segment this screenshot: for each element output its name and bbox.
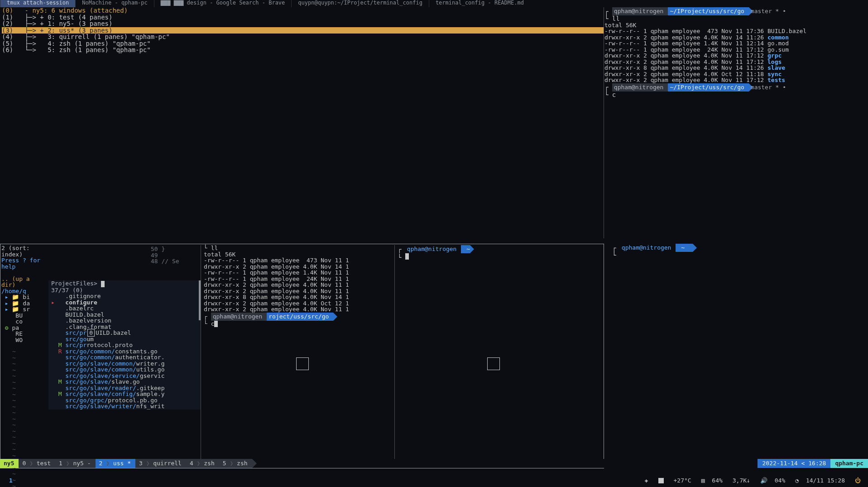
project-file-row[interactable]: R src/go/common/constants.go bbox=[48, 348, 201, 355]
ls-total: total 56K bbox=[204, 251, 393, 258]
statusbar-window[interactable]: 2 ❯ uss * bbox=[96, 459, 135, 468]
prompt-path: ~ bbox=[676, 244, 692, 252]
project-file-row[interactable]: ▸ configure bbox=[48, 299, 201, 306]
prompt-corner-icon: ┌ bbox=[612, 245, 620, 251]
prompt-user: qpham@nitrogen bbox=[612, 7, 668, 15]
tmux-window-row[interactable]: (2) ├─> + 1: ny5- (3 panes) bbox=[2, 20, 604, 27]
command: ll bbox=[211, 245, 218, 251]
volume-icon: 🔊 bbox=[760, 477, 767, 484]
ls-row: drwxr-xr-x 8 qpham employee 4.0K Nov 14 … bbox=[604, 65, 868, 71]
prompt-user: qpham@nitrogen bbox=[612, 83, 668, 92]
file-tree-column: 2 (sort: index) Press ? for help .. (up … bbox=[1, 245, 47, 468]
tree-item[interactable]: BU bbox=[1, 313, 47, 319]
ls-row: drwxr-xr-x 2 qpham employee 4.0K Nov 11 … bbox=[204, 306, 393, 313]
project-file-row[interactable]: M src/go/slave/config/sample.y bbox=[48, 391, 201, 397]
ls-row: drwxr-xr-x 2 qpham employee 4.0K Nov 14 … bbox=[604, 34, 868, 41]
taskbar: tmux attach-session NoMachine - qpham-pc… bbox=[0, 0, 868, 7]
help-hint[interactable]: Press ? for help bbox=[1, 257, 47, 270]
far-right-terminal-pane[interactable]: ┌ qpham@nitrogen ~ └ bbox=[609, 244, 868, 468]
statusbar-window[interactable]: 0 ❯ test bbox=[19, 459, 55, 468]
ls-row: drwxr-xr-x 2 qpham employee 4.0K Oct 12 … bbox=[604, 71, 868, 77]
prompt-corner-icon: └ bbox=[604, 15, 612, 22]
ls-row: -rw-r--r-- 1 qpham employee 473 Nov 11 1… bbox=[604, 28, 868, 34]
project-file-row[interactable]: src/go/slave/service/gservic bbox=[48, 373, 201, 379]
project-file-row[interactable]: BUILD.bazel bbox=[48, 312, 201, 318]
project-file-row[interactable]: src/pr0UILD.bazel bbox=[48, 330, 201, 336]
statusbar-window[interactable]: 5 ❯ zsh bbox=[219, 459, 252, 468]
ls-row: -rw-r--r-- 1 qpham employee 1.4K Nov 11 … bbox=[204, 270, 393, 276]
project-file-row[interactable]: src/go/slave/reader/.gitkeep bbox=[48, 385, 201, 391]
taskbar-tab[interactable]: quypn@quypn:~/IProject/terminal_config bbox=[291, 0, 429, 7]
up-a-dir[interactable]: .. (up a dir) bbox=[1, 276, 47, 288]
taskbar-tab[interactable]: ▇▇▇ ▇▇▇ design - Google Search - Brave bbox=[154, 0, 292, 7]
ls-row: -rw-r--r-- 1 qpham employee 24K Nov 11 1 bbox=[204, 276, 393, 282]
workspace-indicator[interactable]: 1 bbox=[7, 477, 13, 484]
project-files-count: 37/37 (0) bbox=[48, 287, 201, 294]
project-file-row[interactable]: src/go/slave/common/writer.g bbox=[48, 361, 201, 367]
tmux-window-row[interactable]: (5) ├─> 4: zsh (1 panes) "qpham-pc" bbox=[2, 40, 604, 47]
tray-power-icon[interactable]: ⏻ bbox=[855, 477, 861, 484]
tray-plus-icon[interactable]: ✚ bbox=[645, 477, 648, 484]
prompt-corner-icon: └ bbox=[204, 320, 211, 327]
mid-terminal-pane[interactable]: └ ll total 56K -rw-r--r-- 1 qpham employ… bbox=[201, 245, 393, 468]
project-file-row[interactable]: src/go/slave/writer/nfs_writ bbox=[48, 403, 201, 410]
tmux-status-bar: ny5 0 ❯ test1 ❯ ny5 -2 ❯ uss *3 ❯ quirre… bbox=[0, 459, 868, 468]
ls-row: drwxr-xr-x 2 qpham employee 4.0K Nov 11 … bbox=[204, 282, 393, 288]
prompt-user: qpham@nitrogen bbox=[405, 245, 461, 253]
project-file-row[interactable]: M src/go/slave/slave.go bbox=[48, 379, 201, 385]
project-files-panel[interactable]: ProjectFiles> 37/37 (0) .gitignore▸ conf… bbox=[48, 280, 201, 410]
tmux-window-row-selected[interactable]: (3) ├─> + 2: uss* (3 panes) bbox=[2, 27, 604, 34]
tree-item[interactable]: ⚙ pa bbox=[1, 325, 47, 331]
ls-row: -rw-r--r-- 1 qpham employee 24K Nov 11 1… bbox=[604, 47, 868, 53]
tree-item[interactable]: WO bbox=[1, 337, 47, 343]
session-name[interactable]: ny5 bbox=[0, 459, 19, 468]
project-file-row[interactable]: .bazelrc bbox=[48, 305, 201, 312]
taskbar-tab[interactable]: NoMachine - qpham-pc bbox=[75, 0, 154, 7]
project-file-row[interactable]: .gitignore bbox=[48, 293, 201, 299]
project-files-prompt[interactable]: ProjectFiles> bbox=[51, 280, 97, 287]
tmux-window-row[interactable]: (6) └─> 5: zsh (1 panes) "qpham-pc" bbox=[2, 47, 604, 53]
prompt-corner-icon: └ bbox=[204, 245, 211, 251]
project-file-row[interactable]: M src/prrotocol.proto bbox=[48, 342, 201, 348]
prompt-git: master * • bbox=[749, 83, 791, 92]
prompt-user: qpham@nitrogen bbox=[620, 244, 676, 252]
tray-datetime: ◔ 14/11 15:28 bbox=[795, 477, 845, 484]
prompt-corner-icon: └ bbox=[604, 91, 612, 98]
statusbar-window[interactable]: 3 ❯ quirrell bbox=[135, 459, 186, 468]
statusbar-window[interactable]: 1 ❯ ny5 - bbox=[55, 459, 95, 468]
command-input[interactable]: c bbox=[211, 320, 215, 327]
tmux-window-row[interactable]: (1) ├─> + 0: test (4 panes) bbox=[2, 14, 604, 21]
project-file-row[interactable]: src/go/common/authenticator. bbox=[48, 354, 201, 361]
cursor-icon bbox=[405, 253, 409, 260]
tmux-header: (0) - ny5: 6 windows (attached) bbox=[2, 7, 604, 14]
taskbar-tab[interactable]: terminal_config - README.md bbox=[429, 0, 530, 7]
statusbar-window[interactable]: 4 ❯ zsh bbox=[186, 459, 219, 468]
prompt-path: ~/IProject/uss/src/go bbox=[668, 7, 748, 15]
command-input[interactable]: c bbox=[612, 91, 616, 98]
prompt-git: master * • bbox=[749, 7, 791, 15]
tree-item[interactable]: co bbox=[1, 318, 47, 325]
sort-line: 2 (sort: index) bbox=[1, 245, 47, 257]
prompt-path: roject/uss/src/go bbox=[267, 313, 333, 321]
project-file-row[interactable]: src/goum bbox=[48, 336, 201, 342]
tray-network: 3,7K↓ bbox=[733, 477, 750, 484]
ls-total: total 56K bbox=[604, 22, 868, 29]
tmux-window-row[interactable]: (4) ├─> 3: quirrell (1 panes) "qpham-pc" bbox=[2, 34, 604, 40]
cursor-box bbox=[296, 357, 309, 370]
code-gutter: 50 } 49 48 // Se bbox=[151, 246, 195, 265]
project-file-row[interactable]: .bazelversion bbox=[48, 318, 201, 324]
tree-item[interactable]: RE bbox=[1, 331, 47, 337]
system-tray: 1 ✚ +27°C ▤ 64% 3,7K↓ 🔊 04% ◔ 14/11 15:2… bbox=[0, 474, 868, 487]
statusbar-date: 2022-11-14 < 16:28 bbox=[758, 459, 830, 468]
project-file-row[interactable]: src/go/grpc/protocol.pb.go bbox=[48, 397, 201, 404]
project-file-row[interactable]: src/go/slave/common/utils.go bbox=[48, 366, 201, 373]
ls-row: drwxr-xr-x 2 qpham employee 4.0K Nov 11 … bbox=[604, 53, 868, 59]
taskbar-tab[interactable]: tmux attach-session bbox=[0, 0, 75, 7]
tree-item[interactable]: ▸ 📁 sr bbox=[1, 306, 47, 313]
clock-icon: ◔ bbox=[795, 477, 799, 484]
tree-item[interactable]: ▸ 📁 bi bbox=[1, 294, 47, 300]
tray-cpu: ▤ 64% bbox=[701, 477, 723, 484]
tray-window-icon[interactable] bbox=[658, 478, 664, 483]
right-small-terminal-pane[interactable]: ┌ qpham@nitrogen ~ └ bbox=[394, 245, 603, 468]
tray-volume[interactable]: 🔊 04% bbox=[760, 477, 785, 484]
